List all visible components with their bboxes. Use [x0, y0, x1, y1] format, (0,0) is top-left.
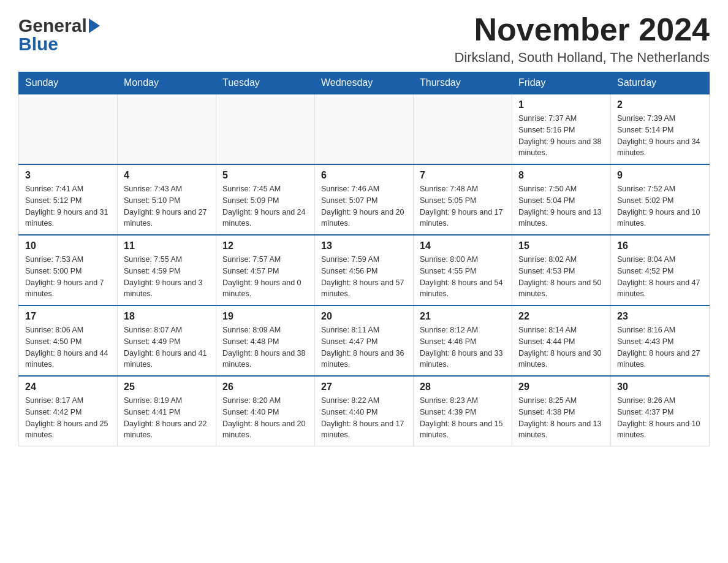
day-info: Sunrise: 7:37 AMSunset: 5:16 PMDaylight:…	[518, 113, 604, 159]
calendar-cell: 9Sunrise: 7:52 AMSunset: 5:02 PMDaylight…	[611, 164, 710, 235]
day-number: 7	[420, 170, 506, 181]
day-number: 24	[25, 381, 111, 393]
day-info: Sunrise: 8:25 AMSunset: 4:38 PMDaylight:…	[518, 395, 604, 441]
calendar-cell: 20Sunrise: 8:11 AMSunset: 4:47 PMDayligh…	[315, 305, 414, 376]
calendar-cell: 25Sunrise: 8:19 AMSunset: 4:41 PMDayligh…	[118, 376, 216, 446]
calendar-cell: 3Sunrise: 7:41 AMSunset: 5:12 PMDaylight…	[19, 164, 118, 235]
calendar-table: SundayMondayTuesdayWednesdayThursdayFrid…	[18, 72, 710, 446]
day-info: Sunrise: 8:02 AMSunset: 4:53 PMDaylight:…	[518, 254, 604, 300]
day-number: 6	[321, 170, 407, 181]
day-number: 12	[222, 240, 308, 251]
day-number: 17	[25, 311, 111, 322]
calendar-cell: 17Sunrise: 8:06 AMSunset: 4:50 PMDayligh…	[19, 305, 118, 376]
calendar-week-row: 3Sunrise: 7:41 AMSunset: 5:12 PMDaylight…	[19, 164, 710, 235]
day-number: 1	[518, 99, 604, 110]
header-sunday: Sunday	[19, 72, 118, 94]
calendar-cell: 21Sunrise: 8:12 AMSunset: 4:46 PMDayligh…	[414, 305, 512, 376]
calendar-header-row: SundayMondayTuesdayWednesdayThursdayFrid…	[19, 72, 710, 94]
calendar-cell: 1Sunrise: 7:37 AMSunset: 5:16 PMDaylight…	[512, 94, 611, 164]
day-number: 23	[617, 311, 703, 322]
day-info: Sunrise: 8:26 AMSunset: 4:37 PMDaylight:…	[617, 395, 703, 441]
day-info: Sunrise: 8:04 AMSunset: 4:52 PMDaylight:…	[617, 254, 703, 300]
day-number: 30	[617, 381, 703, 393]
day-number: 8	[518, 170, 604, 181]
day-info: Sunrise: 8:00 AMSunset: 4:55 PMDaylight:…	[420, 254, 506, 300]
calendar-cell: 5Sunrise: 7:45 AMSunset: 5:09 PMDaylight…	[216, 164, 315, 235]
calendar-cell: 15Sunrise: 8:02 AMSunset: 4:53 PMDayligh…	[512, 235, 611, 305]
day-number: 4	[124, 170, 210, 181]
calendar-cell	[118, 94, 216, 164]
day-number: 19	[222, 311, 308, 322]
calendar-cell: 19Sunrise: 8:09 AMSunset: 4:48 PMDayligh…	[216, 305, 315, 376]
logo-blue-text: Blue	[18, 34, 58, 55]
header-saturday: Saturday	[611, 72, 710, 94]
calendar-week-row: 10Sunrise: 7:53 AMSunset: 5:00 PMDayligh…	[19, 235, 710, 305]
day-info: Sunrise: 8:06 AMSunset: 4:50 PMDaylight:…	[25, 324, 111, 370]
day-number: 21	[420, 311, 506, 322]
day-info: Sunrise: 7:50 AMSunset: 5:04 PMDaylight:…	[518, 183, 604, 229]
day-number: 14	[420, 240, 506, 251]
calendar-cell: 18Sunrise: 8:07 AMSunset: 4:49 PMDayligh…	[118, 305, 216, 376]
day-number: 9	[617, 170, 703, 181]
calendar-cell: 28Sunrise: 8:23 AMSunset: 4:39 PMDayligh…	[414, 376, 512, 446]
day-info: Sunrise: 8:16 AMSunset: 4:43 PMDaylight:…	[617, 324, 703, 370]
day-number: 22	[518, 311, 604, 322]
day-info: Sunrise: 7:41 AMSunset: 5:12 PMDaylight:…	[25, 183, 111, 229]
calendar-cell: 16Sunrise: 8:04 AMSunset: 4:52 PMDayligh…	[611, 235, 710, 305]
day-info: Sunrise: 7:59 AMSunset: 4:56 PMDaylight:…	[321, 254, 407, 300]
day-info: Sunrise: 7:57 AMSunset: 4:57 PMDaylight:…	[222, 254, 308, 300]
calendar-week-row: 24Sunrise: 8:17 AMSunset: 4:42 PMDayligh…	[19, 376, 710, 446]
calendar-cell: 8Sunrise: 7:50 AMSunset: 5:04 PMDaylight…	[512, 164, 611, 235]
day-number: 5	[222, 170, 308, 181]
day-info: Sunrise: 8:07 AMSunset: 4:49 PMDaylight:…	[124, 324, 210, 370]
calendar-cell	[315, 94, 414, 164]
day-info: Sunrise: 8:11 AMSunset: 4:47 PMDaylight:…	[321, 324, 407, 370]
day-info: Sunrise: 8:09 AMSunset: 4:48 PMDaylight:…	[222, 324, 308, 370]
calendar-cell: 23Sunrise: 8:16 AMSunset: 4:43 PMDayligh…	[611, 305, 710, 376]
calendar-week-row: 17Sunrise: 8:06 AMSunset: 4:50 PMDayligh…	[19, 305, 710, 376]
calendar-cell: 13Sunrise: 7:59 AMSunset: 4:56 PMDayligh…	[315, 235, 414, 305]
logo-arrow-icon	[89, 18, 100, 33]
calendar-week-row: 1Sunrise: 7:37 AMSunset: 5:16 PMDaylight…	[19, 94, 710, 164]
day-info: Sunrise: 7:45 AMSunset: 5:09 PMDaylight:…	[222, 183, 308, 229]
calendar-cell: 2Sunrise: 7:39 AMSunset: 5:14 PMDaylight…	[611, 94, 710, 164]
calendar-cell: 14Sunrise: 8:00 AMSunset: 4:55 PMDayligh…	[414, 235, 512, 305]
day-info: Sunrise: 7:39 AMSunset: 5:14 PMDaylight:…	[617, 113, 703, 159]
logo-general-text: General	[18, 15, 87, 36]
day-number: 20	[321, 311, 407, 322]
day-info: Sunrise: 8:14 AMSunset: 4:44 PMDaylight:…	[518, 324, 604, 370]
calendar-cell: 6Sunrise: 7:46 AMSunset: 5:07 PMDaylight…	[315, 164, 414, 235]
day-number: 3	[25, 170, 111, 181]
day-number: 16	[617, 240, 703, 251]
header-monday: Monday	[118, 72, 216, 94]
day-info: Sunrise: 8:20 AMSunset: 4:40 PMDaylight:…	[222, 395, 308, 441]
day-number: 27	[321, 381, 407, 393]
calendar-cell	[216, 94, 315, 164]
calendar-cell: 29Sunrise: 8:25 AMSunset: 4:38 PMDayligh…	[512, 376, 611, 446]
calendar-cell: 11Sunrise: 7:55 AMSunset: 4:59 PMDayligh…	[118, 235, 216, 305]
day-info: Sunrise: 7:53 AMSunset: 5:00 PMDaylight:…	[25, 254, 111, 300]
day-info: Sunrise: 8:23 AMSunset: 4:39 PMDaylight:…	[420, 395, 506, 441]
location-text: Dirksland, South Holland, The Netherland…	[454, 50, 710, 66]
day-info: Sunrise: 8:22 AMSunset: 4:40 PMDaylight:…	[321, 395, 407, 441]
day-info: Sunrise: 7:55 AMSunset: 4:59 PMDaylight:…	[124, 254, 210, 300]
day-info: Sunrise: 7:48 AMSunset: 5:05 PMDaylight:…	[420, 183, 506, 229]
header-thursday: Thursday	[414, 72, 512, 94]
header-tuesday: Tuesday	[216, 72, 315, 94]
calendar-cell: 30Sunrise: 8:26 AMSunset: 4:37 PMDayligh…	[611, 376, 710, 446]
title-section: November 2024 Dirksland, South Holland, …	[454, 12, 710, 66]
logo: General Blue	[18, 12, 100, 55]
day-number: 15	[518, 240, 604, 251]
day-number: 10	[25, 240, 111, 251]
month-title: November 2024	[454, 12, 710, 47]
day-info: Sunrise: 7:43 AMSunset: 5:10 PMDaylight:…	[124, 183, 210, 229]
day-info: Sunrise: 8:19 AMSunset: 4:41 PMDaylight:…	[124, 395, 210, 441]
calendar-cell: 4Sunrise: 7:43 AMSunset: 5:10 PMDaylight…	[118, 164, 216, 235]
calendar-cell: 22Sunrise: 8:14 AMSunset: 4:44 PMDayligh…	[512, 305, 611, 376]
page-header: General Blue November 2024 Dirksland, So…	[18, 12, 710, 66]
day-number: 25	[124, 381, 210, 393]
calendar-cell: 12Sunrise: 7:57 AMSunset: 4:57 PMDayligh…	[216, 235, 315, 305]
day-info: Sunrise: 7:52 AMSunset: 5:02 PMDaylight:…	[617, 183, 703, 229]
header-friday: Friday	[512, 72, 611, 94]
day-number: 18	[124, 311, 210, 322]
